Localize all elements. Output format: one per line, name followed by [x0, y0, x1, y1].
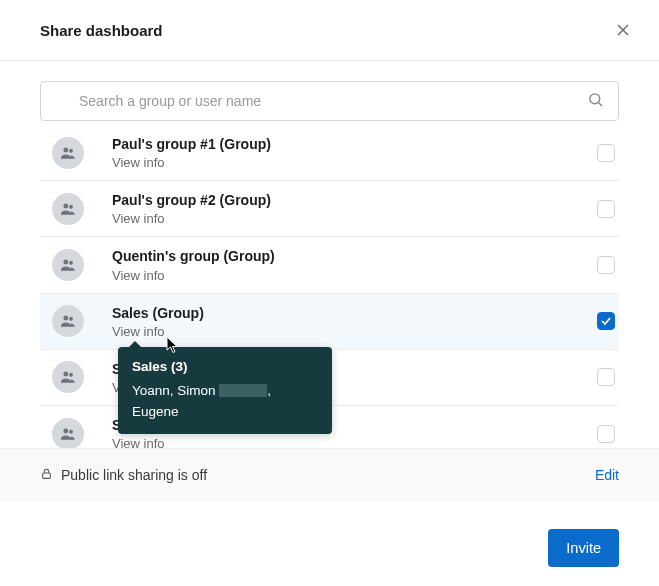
svg-point-5: [69, 148, 73, 152]
group-avatar: [52, 137, 84, 169]
people-icon: [59, 200, 77, 218]
list-item-text: Quentin's group (Group) View info: [112, 247, 597, 282]
svg-point-14: [63, 428, 68, 433]
svg-point-6: [63, 203, 68, 208]
search-icon: [587, 91, 604, 112]
svg-point-8: [63, 260, 68, 265]
group-avatar: [52, 193, 84, 225]
list-item-subtitle: View info: [112, 268, 597, 283]
public-link-status: Public link sharing is off: [40, 467, 207, 483]
group-avatar: [52, 361, 84, 393]
group-avatar: [52, 305, 84, 337]
svg-point-15: [69, 429, 73, 433]
svg-point-9: [69, 261, 73, 265]
lock-icon: [40, 467, 53, 483]
list-item-subtitle: View info: [112, 324, 597, 339]
invite-button[interactable]: Invite: [548, 529, 619, 567]
list-item-text: Paul's group #2 (Group) View info: [112, 191, 597, 226]
svg-point-12: [63, 372, 68, 377]
list-item-subtitle: View info: [112, 155, 597, 170]
dialog-title: Share dashboard: [40, 22, 163, 39]
group-avatar: [52, 249, 84, 281]
edit-public-link-button[interactable]: Edit: [595, 467, 619, 483]
public-link-text: Public link sharing is off: [61, 467, 207, 483]
tooltip-body: Yoann, Simon , Eugene: [132, 381, 318, 422]
svg-point-11: [69, 317, 73, 321]
list-item-text: Sales (Group) View info: [112, 304, 597, 339]
list-item-text: Paul's group #1 (Group) View info: [112, 135, 597, 170]
select-checkbox[interactable]: [597, 256, 615, 274]
tooltip-members-prefix: Yoann, Simon: [132, 383, 219, 398]
group-avatar: [52, 418, 84, 449]
svg-line-3: [598, 102, 601, 105]
svg-point-2: [590, 93, 600, 103]
search-wrapper: [40, 81, 619, 121]
action-bar: Invite: [548, 529, 619, 567]
list-item-title: Sales (Group): [112, 304, 597, 322]
list-item-title: Paul's group #2 (Group): [112, 191, 597, 209]
people-icon: [59, 312, 77, 330]
list-item-title: Paul's group #1 (Group): [112, 135, 597, 153]
select-checkbox[interactable]: [597, 200, 615, 218]
close-button[interactable]: [611, 18, 635, 42]
people-icon: [59, 256, 77, 274]
list-item[interactable]: Paul's group #1 (Group) View info: [40, 125, 619, 181]
people-icon: [59, 425, 77, 443]
people-icon: [59, 368, 77, 386]
select-checkbox[interactable]: [597, 144, 615, 162]
svg-point-7: [69, 205, 73, 209]
svg-point-10: [63, 316, 68, 321]
redacted-name: [219, 384, 267, 397]
list-item[interactable]: Sales (Group) View info: [40, 294, 619, 350]
svg-point-4: [63, 147, 68, 152]
svg-rect-16: [43, 473, 51, 478]
list-item-title: Quentin's group (Group): [112, 247, 597, 265]
group-members-tooltip: Sales (3) Yoann, Simon , Eugene: [118, 347, 332, 434]
tooltip-title: Sales (3): [132, 357, 318, 377]
select-checkbox[interactable]: [597, 312, 615, 330]
svg-point-13: [69, 373, 73, 377]
list-item[interactable]: Quentin's group (Group) View info: [40, 237, 619, 293]
select-checkbox[interactable]: [597, 425, 615, 443]
list-item-subtitle: View info: [112, 211, 597, 226]
public-link-footer: Public link sharing is off Edit: [0, 448, 659, 501]
select-checkbox[interactable]: [597, 368, 615, 386]
people-icon: [59, 144, 77, 162]
search-input[interactable]: [55, 93, 587, 109]
check-icon: [600, 315, 612, 327]
list-item[interactable]: Paul's group #2 (Group) View info: [40, 181, 619, 237]
dialog-header: Share dashboard: [0, 0, 659, 61]
close-icon: [615, 22, 631, 38]
